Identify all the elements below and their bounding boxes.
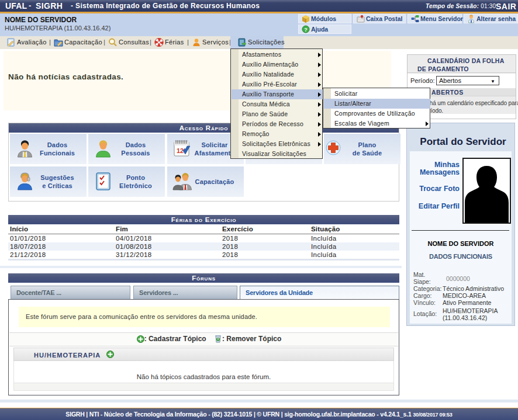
svg-text:12: 12 (177, 147, 184, 154)
svg-text:?: ? (304, 27, 308, 33)
